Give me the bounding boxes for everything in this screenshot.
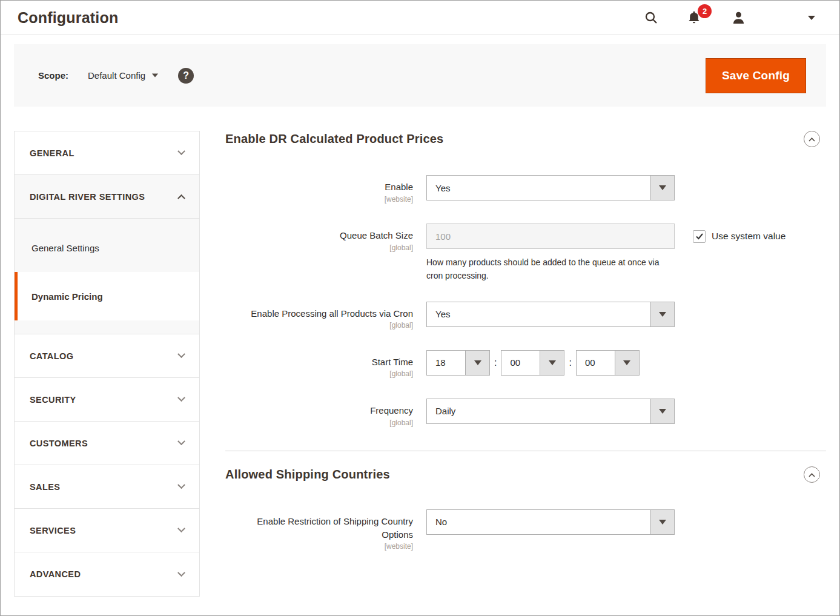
field-note: How many products should be added to the… xyxy=(426,256,675,282)
field-row-queue-batch-size: Queue Batch Size [global] 100 How many p… xyxy=(225,224,826,282)
chevron-down-icon xyxy=(177,525,185,532)
chevron-down-icon xyxy=(177,481,185,489)
chevron-down-icon xyxy=(177,394,185,402)
chevron-down-icon xyxy=(152,74,158,78)
checkbox-checked-icon[interactable] xyxy=(693,230,706,243)
section-header-dr-calculated-prices: Enable DR Calculated Product Prices xyxy=(225,131,826,147)
sidebar-item-dynamic-pricing[interactable]: Dynamic Pricing xyxy=(15,272,199,320)
page-header: Configuration 2 xyxy=(1,1,839,35)
collapse-section-icon[interactable] xyxy=(804,131,820,147)
field-scope-hint: [global] xyxy=(225,369,413,379)
section-divider xyxy=(225,451,826,451)
field-label: Enable Processing all Products via Cron xyxy=(251,308,413,319)
select-arrow-button[interactable] xyxy=(650,176,674,200)
notifications-count-badge[interactable]: 2 xyxy=(698,4,712,18)
start-time-seconds-select[interactable]: 00 xyxy=(576,350,640,376)
sidebar-item-digital-river-settings[interactable]: DIGITAL RIVER SETTINGS xyxy=(15,175,199,219)
field-row-start-time: Start Time [global] 18 : 00 xyxy=(225,350,826,380)
triangle-down-icon xyxy=(623,360,630,365)
chevron-down-icon xyxy=(177,437,185,445)
field-label: Start Time xyxy=(372,357,413,367)
select-arrow-button[interactable] xyxy=(650,302,674,326)
chevron-down-icon[interactable] xyxy=(808,16,815,20)
select-arrow-button[interactable] xyxy=(650,510,674,534)
field-label: Queue Batch Size xyxy=(340,230,413,240)
section-header-allowed-shipping-countries: Allowed Shipping Countries xyxy=(225,466,826,483)
enable-select[interactable]: Yes xyxy=(426,175,675,200)
config-nav-sidebar: GENERAL DIGITAL RIVER SETTINGS General S… xyxy=(14,131,200,597)
sidebar-item-sales[interactable]: SALES xyxy=(15,465,199,509)
field-scope-hint: [global] xyxy=(225,320,413,331)
select-value: 18 xyxy=(427,351,465,375)
config-form: Enable DR Calculated Product Prices Enab… xyxy=(200,131,826,571)
triangle-down-icon xyxy=(659,520,666,525)
start-time-hours-select[interactable]: 18 xyxy=(426,350,490,376)
field-label: Enable xyxy=(385,182,413,192)
collapse-section-icon[interactable] xyxy=(804,466,820,483)
chevron-up-icon xyxy=(809,137,815,144)
notifications-bell-icon[interactable]: 2 xyxy=(686,10,702,25)
sidebar-item-general[interactable]: GENERAL xyxy=(15,131,199,175)
select-value: No xyxy=(427,510,650,534)
use-system-value-toggle[interactable]: Use system value xyxy=(693,224,785,249)
section-title: Allowed Shipping Countries xyxy=(225,468,390,482)
help-icon[interactable] xyxy=(178,68,194,84)
admin-user-icon[interactable] xyxy=(731,10,746,25)
use-system-value-label: Use system value xyxy=(712,231,785,242)
field-scope-hint: [website] xyxy=(225,194,413,205)
header-actions: 2 xyxy=(644,10,815,25)
scope-toolbar: Scope: Default Config Save Config xyxy=(14,44,826,107)
scope-switcher[interactable]: Default Config xyxy=(88,70,159,81)
sidebar-item-general-settings[interactable]: General Settings xyxy=(15,224,199,272)
shipping-country-restriction-select[interactable]: No xyxy=(426,509,675,535)
triangle-down-icon xyxy=(474,360,481,365)
sidebar-item-customers[interactable]: CUSTOMERS xyxy=(15,422,199,465)
field-row-enable: Enable [website] Yes xyxy=(225,175,826,205)
select-arrow-button[interactable] xyxy=(650,399,674,423)
field-scope-hint: [website] xyxy=(225,541,413,552)
chevron-down-icon xyxy=(177,350,185,358)
time-separator: : xyxy=(494,357,497,368)
chevron-down-icon xyxy=(177,569,185,577)
time-separator: : xyxy=(569,357,571,368)
section-title: Enable DR Calculated Product Prices xyxy=(225,132,443,146)
chevron-up-icon xyxy=(809,473,815,479)
select-value: 00 xyxy=(577,351,615,375)
start-time-group: 18 : 00 : 00 xyxy=(426,350,640,376)
triangle-down-icon xyxy=(549,360,556,365)
start-time-minutes-select[interactable]: 00 xyxy=(501,350,564,376)
sidebar-item-advanced[interactable]: ADVANCED xyxy=(15,552,199,596)
save-config-button[interactable]: Save Config xyxy=(706,58,806,93)
chevron-up-icon xyxy=(177,194,185,202)
select-value: Yes xyxy=(427,176,650,200)
cron-processing-select[interactable]: Yes xyxy=(426,302,675,327)
sidebar-item-security[interactable]: SECURITY xyxy=(15,378,199,422)
select-arrow-button[interactable] xyxy=(465,351,489,375)
content-area: GENERAL DIGITAL RIVER SETTINGS General S… xyxy=(1,107,839,597)
field-row-cron-processing: Enable Processing all Products via Cron … xyxy=(225,302,826,331)
sidebar-item-catalog[interactable]: CATALOG xyxy=(15,334,199,378)
select-arrow-button[interactable] xyxy=(615,351,639,375)
field-scope-hint: [global] xyxy=(225,418,413,428)
queue-batch-size-input: 100 xyxy=(426,224,675,249)
triangle-down-icon xyxy=(659,185,666,190)
digital-river-subnav: General Settings Dynamic Pricing xyxy=(15,219,199,334)
field-scope-hint: [global] xyxy=(225,243,413,253)
admin-configuration-page: Configuration 2 xyxy=(0,0,840,616)
sidebar-item-services[interactable]: SERVICES xyxy=(15,509,199,552)
field-label: Frequency xyxy=(370,405,413,416)
triangle-down-icon xyxy=(659,409,666,414)
search-icon[interactable] xyxy=(644,10,658,25)
select-value: 00 xyxy=(501,351,540,375)
chevron-down-icon xyxy=(177,147,185,155)
select-value: Daily xyxy=(427,399,650,423)
field-label: Enable Restriction of Shipping Country O… xyxy=(257,516,413,540)
frequency-select[interactable]: Daily xyxy=(426,399,675,424)
field-row-frequency: Frequency [global] Daily xyxy=(225,399,826,428)
select-value: Yes xyxy=(427,302,650,326)
page-title: Configuration xyxy=(18,9,118,27)
scope-label: Scope: xyxy=(38,70,68,81)
field-row-shipping-country-restriction: Enable Restriction of Shipping Country O… xyxy=(225,509,826,552)
select-arrow-button[interactable] xyxy=(540,351,564,375)
triangle-down-icon xyxy=(659,312,666,317)
